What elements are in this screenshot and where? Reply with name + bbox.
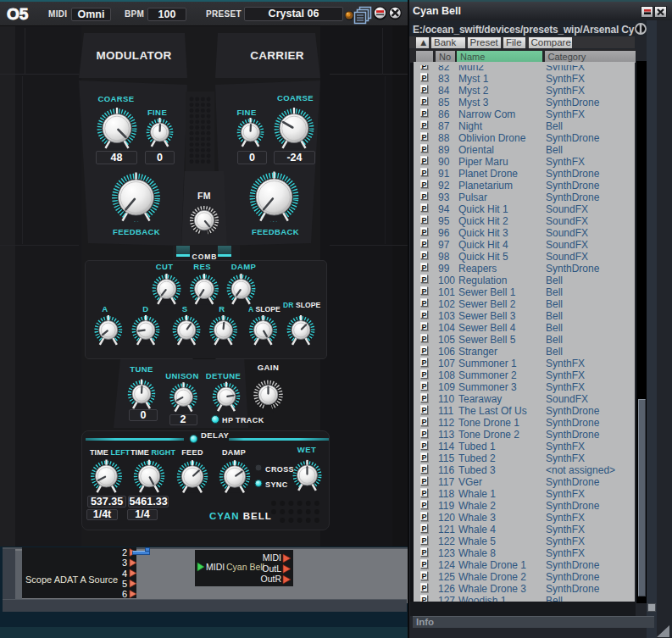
svg-text:OutL: OutL [262,563,281,574]
svg-text:2: 2 [122,547,127,558]
svg-text:MIDI: MIDI [206,562,225,572]
svg-text:3: 3 [122,558,127,568]
svg-text:4: 4 [122,569,127,579]
svg-text:5: 5 [122,579,127,589]
svg-text:6: 6 [122,589,127,599]
svg-text:OutR: OutR [260,574,281,584]
svg-text:Cyan Bell: Cyan Bell [226,562,264,572]
svg-text:MIDI: MIDI [263,552,281,563]
